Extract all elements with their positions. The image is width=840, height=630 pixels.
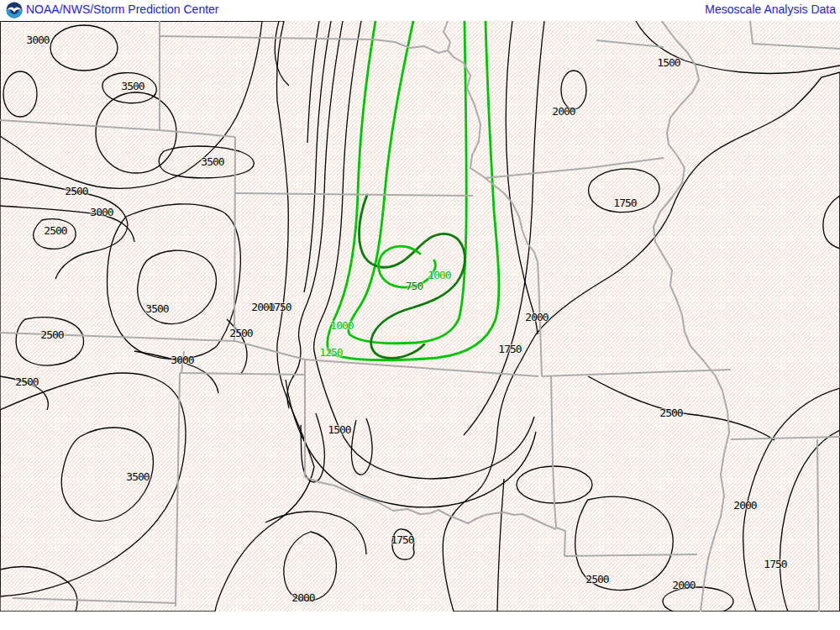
contour-label: 2500 — [40, 328, 63, 341]
mesoanalysis-map: 3000350035002500300025003500200017502500… — [0, 0, 840, 630]
noaa-logo-icon — [6, 2, 23, 18]
contour-label: 2000 — [525, 311, 548, 323]
contour-label: 1750 — [613, 197, 636, 209]
header-site-link[interactable]: NOAA/NWS/Storm Prediction Center — [26, 3, 219, 16]
contour-label: 3000 — [171, 354, 193, 366]
contour-label: 2500 — [585, 573, 608, 585]
contour-label: 1500 — [328, 423, 350, 436]
contour-label: 3500 — [121, 80, 144, 92]
contour-label: 2500 — [229, 327, 252, 339]
header-product-link[interactable]: Mesoscale Analysis Data — [705, 3, 836, 16]
contour-label: 1500 — [657, 56, 680, 69]
contour-label: 2500 — [65, 185, 87, 197]
contour-label: 750 — [406, 280, 423, 292]
contour-label: 1250 — [319, 346, 342, 359]
contour-label: 1750 — [268, 301, 291, 313]
fill-lt2000-region — [0, 21, 840, 612]
spc-mesoanalysis-page: 3000350035002500300025003500200017502500… — [0, 0, 840, 630]
contour-label: 3000 — [90, 206, 113, 218]
contour-label: 2500 — [44, 224, 66, 237]
contour-label: 2000 — [672, 579, 695, 591]
contour-label: 2500 — [15, 375, 38, 388]
contour-label: 3500 — [126, 470, 149, 483]
contour-label: 2000 — [552, 105, 575, 118]
contour-label: 2000 — [733, 499, 756, 512]
contour-label: 1750 — [764, 558, 786, 570]
contour-label: 3500 — [145, 302, 168, 315]
contour-label: 1750 — [391, 533, 413, 546]
contour-label: 2500 — [659, 407, 682, 419]
contour-label: 1000 — [428, 269, 450, 281]
footer-bar: 250908/2300 100 mb mean parcel LCL heigh… — [0, 612, 840, 630]
header-bar: NOAA/NWS/Storm Prediction Center Mesosca… — [0, 0, 840, 21]
contour-label: 2000 — [291, 591, 314, 604]
contour-label: 1750 — [498, 343, 521, 355]
contour-label: 3000 — [26, 34, 49, 46]
contour-label: 1000 — [330, 319, 353, 332]
contour-label: 3500 — [201, 155, 223, 168]
